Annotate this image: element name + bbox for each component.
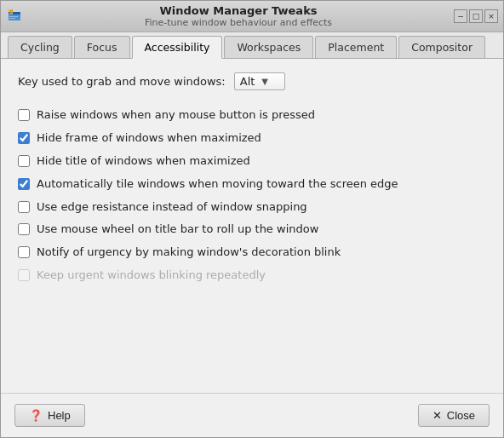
key-grab-dropdown[interactable]: Alt ▼ (234, 72, 285, 90)
checkbox-mouse-wheel[interactable]: Use mouse wheel on title bar to roll up … (18, 218, 486, 241)
urgency-blink-checkbox[interactable] (18, 246, 30, 258)
checkbox-auto-tile[interactable]: Automatically tile windows when moving t… (18, 173, 486, 196)
maximize-button[interactable]: □ (469, 9, 483, 23)
keep-blinking-checkbox (18, 269, 30, 281)
close-title-button[interactable]: × (484, 9, 498, 23)
hide-title-label: Hide title of windows when maximized (37, 154, 250, 169)
window-subtitle: Fine-tune window behaviour and effects (145, 17, 332, 28)
checkbox-urgency-blink[interactable]: Notify of urgency by making window's dec… (18, 241, 486, 264)
help-button[interactable]: ❓ Help (14, 404, 85, 427)
key-grab-label: Key used to grab and move windows: (18, 75, 226, 88)
app-icon (6, 8, 23, 25)
titlebar-buttons: − □ × (454, 9, 498, 23)
raise-windows-checkbox[interactable] (18, 109, 30, 121)
checkbox-hide-title[interactable]: Hide title of windows when maximized (18, 150, 486, 173)
tab-cycling[interactable]: Cycling (8, 36, 72, 58)
tab-compositor[interactable]: Compositor (398, 36, 485, 58)
close-icon: ✕ (432, 409, 442, 422)
main-window: Window Manager Tweaks Fine-tune window b… (0, 0, 504, 438)
help-label: Help (48, 409, 71, 422)
edge-resistance-label: Use edge resistance instead of window sn… (37, 200, 307, 215)
tab-focus[interactable]: Focus (74, 36, 130, 58)
auto-tile-label: Automatically tile windows when moving t… (37, 177, 398, 192)
close-button[interactable]: ✕ Close (418, 404, 490, 427)
svg-rect-3 (9, 16, 18, 17)
close-label: Close (447, 409, 475, 422)
tab-workspaces[interactable]: Workspaces (224, 36, 313, 58)
tab-accessibility[interactable]: Accessibility (132, 36, 223, 59)
minimize-button[interactable]: − (454, 9, 467, 23)
auto-tile-checkbox[interactable] (18, 178, 30, 190)
footer: ❓ Help ✕ Close (1, 393, 503, 437)
content-area: Key used to grab and move windows: Alt ▼… (1, 59, 503, 393)
mouse-wheel-checkbox[interactable] (18, 223, 30, 235)
checkbox-hide-frame[interactable]: Hide frame of windows when maximized (18, 127, 486, 150)
keep-blinking-label: Keep urgent windows blinking repeatedly (37, 268, 266, 283)
checkbox-raise-windows[interactable]: Raise windows when any mouse button is p… (18, 104, 486, 127)
checkbox-edge-resistance[interactable]: Use edge resistance instead of window sn… (18, 196, 486, 219)
help-icon: ❓ (29, 409, 43, 422)
key-grab-value: Alt (240, 75, 255, 88)
svg-rect-4 (9, 18, 15, 19)
titlebar-center: Window Manager Tweaks Fine-tune window b… (23, 4, 454, 28)
tab-bar: Cycling Focus Accessibility Workspaces P… (1, 32, 503, 59)
checkbox-keep-blinking: Keep urgent windows blinking repeatedly (18, 264, 486, 287)
hide-frame-checkbox[interactable] (18, 132, 30, 144)
mouse-wheel-label: Use mouse wheel on title bar to roll up … (37, 222, 318, 237)
urgency-blink-label: Notify of urgency by making window's dec… (37, 245, 341, 260)
key-grab-row: Key used to grab and move windows: Alt ▼ (18, 72, 486, 90)
titlebar: Window Manager Tweaks Fine-tune window b… (1, 1, 503, 32)
chevron-down-icon: ▼ (261, 77, 268, 86)
tab-placement[interactable]: Placement (315, 36, 397, 58)
window-title: Window Manager Tweaks (159, 4, 317, 17)
hide-frame-label: Hide frame of windows when maximized (37, 131, 261, 146)
raise-windows-label: Raise windows when any mouse button is p… (37, 108, 315, 123)
hide-title-checkbox[interactable] (18, 155, 30, 167)
edge-resistance-checkbox[interactable] (18, 201, 30, 213)
